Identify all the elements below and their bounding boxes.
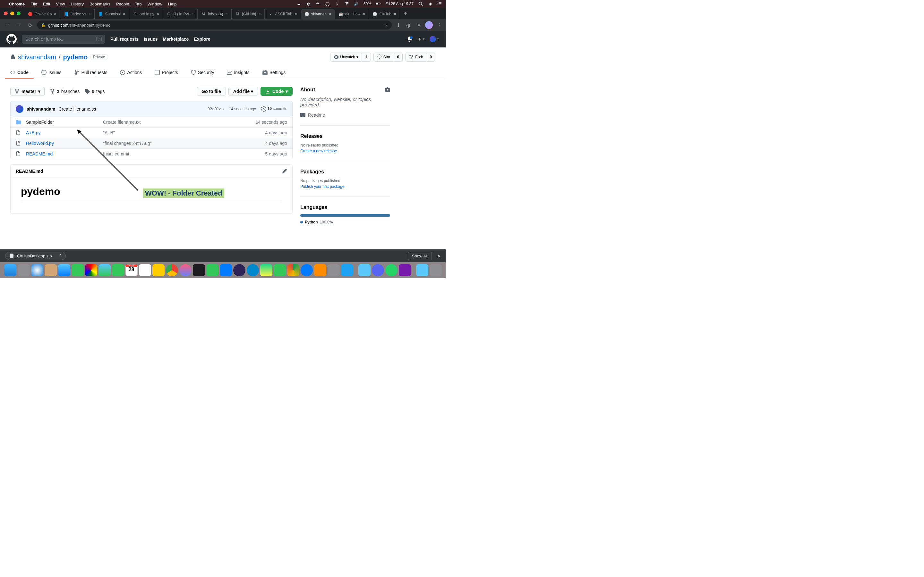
file-commit-msg[interactable]: Initial commit: [103, 151, 265, 156]
menubar-bookmarks[interactable]: Bookmarks: [89, 2, 110, 6]
menubar-window[interactable]: Window: [147, 2, 162, 6]
repo-tab-projects[interactable]: Projects: [150, 67, 183, 79]
dock-reminders-icon[interactable]: [139, 264, 151, 276]
chrome-menu-icon[interactable]: ⋮: [435, 21, 443, 29]
user-avatar[interactable]: ▼: [430, 36, 439, 42]
dock-launchpad-icon[interactable]: [18, 264, 30, 276]
menubar-edit[interactable]: Edit: [43, 2, 50, 6]
dock-mail-icon[interactable]: [58, 264, 70, 276]
tab-close-icon[interactable]: ✕: [258, 12, 261, 16]
file-commit-msg[interactable]: "A+B": [103, 130, 265, 135]
repo-tab-pull-requests[interactable]: Pull requests: [69, 67, 112, 79]
watch-button[interactable]: Unwatch ▾ 1: [330, 53, 371, 61]
show-all-button[interactable]: Show all: [408, 252, 432, 260]
dock-numbers-icon[interactable]: [206, 264, 218, 276]
circle-icon[interactable]: ◯: [325, 2, 330, 6]
browser-tab[interactable]: ☕git - How✕: [335, 9, 369, 19]
dock-telegram-icon[interactable]: [247, 264, 259, 276]
github-search[interactable]: Search or jump to... /: [22, 35, 105, 44]
about-settings-icon[interactable]: [385, 87, 390, 92]
add-file-button[interactable]: Add file ▾: [228, 87, 258, 96]
dock-appstore-icon[interactable]: [300, 264, 313, 276]
profile-avatar[interactable]: [425, 21, 433, 29]
dock-pycharm-icon[interactable]: [260, 264, 272, 276]
dock-safari-icon[interactable]: [31, 264, 43, 276]
dock-maps-icon[interactable]: [99, 264, 111, 276]
tab-close-icon[interactable]: ✕: [393, 12, 397, 16]
dock-drive-icon[interactable]: [287, 264, 299, 276]
dock-twitter-icon[interactable]: [341, 264, 353, 276]
file-name-link[interactable]: HelloWorld.py: [26, 141, 54, 146]
file-commit-msg[interactable]: "final changes 24th Aug": [103, 141, 265, 146]
dock-keynote-icon[interactable]: [220, 264, 232, 276]
tab-close-icon[interactable]: ✕: [362, 12, 365, 16]
dock-trash-icon[interactable]: [430, 264, 442, 276]
browser-tab[interactable]: ⚪GitHub✕: [369, 9, 400, 19]
browser-tab[interactable]: MInbox (4)✕: [198, 9, 232, 19]
commit-avatar[interactable]: [16, 105, 23, 113]
file-name-link[interactable]: README.md: [26, 151, 53, 156]
tab-close-icon[interactable]: ✕: [156, 12, 160, 16]
publish-package-link[interactable]: Publish your first package: [300, 184, 390, 189]
browser-tab[interactable]: 📘Submissi✕: [95, 9, 129, 19]
nav-explore[interactable]: Explore: [194, 37, 210, 42]
browser-tab[interactable]: M[GitHub]✕: [232, 9, 265, 19]
dock-chrome-icon[interactable]: [166, 264, 178, 276]
window-minimize-button[interactable]: [10, 11, 14, 15]
repo-tab-issues[interactable]: Issues: [36, 67, 66, 79]
dock-contacts-icon[interactable]: [45, 264, 57, 276]
dock-messages-icon[interactable]: [71, 264, 84, 276]
back-button[interactable]: ←: [3, 21, 11, 29]
readme-link[interactable]: Readme: [300, 113, 390, 118]
tab-close-icon[interactable]: ✕: [88, 12, 91, 16]
spotlight-icon[interactable]: [418, 2, 423, 6]
repo-tab-insights[interactable]: Insights: [222, 67, 254, 79]
github-logo-icon[interactable]: [6, 34, 17, 44]
dock-whatsapp-icon[interactable]: [385, 264, 397, 276]
dock-folder-icon[interactable]: [359, 264, 371, 276]
volume-icon[interactable]: 🔊: [354, 2, 359, 6]
repo-name-link[interactable]: pydemo: [63, 53, 88, 61]
branch-select-button[interactable]: master ▾: [10, 87, 45, 96]
dock-eclipse-icon[interactable]: [233, 264, 246, 276]
dock-discord-icon[interactable]: [372, 264, 384, 276]
file-name-link[interactable]: A+B.py: [26, 130, 41, 135]
browser-tab[interactable]: 🔴Online Co✕: [24, 9, 60, 19]
notifications-icon[interactable]: [407, 37, 412, 42]
menubar-help[interactable]: Help: [168, 2, 177, 6]
file-commit-msg[interactable]: Create filename.txt: [103, 119, 255, 125]
sync-icon[interactable]: ◐: [306, 2, 311, 6]
dock-facetime-icon[interactable]: [112, 264, 124, 276]
commit-sha[interactable]: 92e91aa: [208, 107, 224, 111]
browser-tab[interactable]: ▪ASCII Tab✕: [265, 9, 301, 19]
wifi-icon[interactable]: [344, 2, 349, 6]
goto-file-button[interactable]: Go to file: [197, 87, 226, 96]
menubar-file[interactable]: File: [31, 2, 37, 6]
dock-preferences-icon[interactable]: [328, 264, 340, 276]
siri-icon[interactable]: ◉: [428, 2, 433, 6]
language-item[interactable]: Python 100.0%: [300, 220, 390, 224]
menubar-view[interactable]: View: [56, 2, 65, 6]
star-button[interactable]: Star 0: [373, 53, 403, 61]
menubar-datetime[interactable]: Fri 28 Aug 19:37: [385, 2, 414, 6]
tab-close-icon[interactable]: ✕: [328, 12, 332, 16]
menubar-app[interactable]: Chrome: [9, 2, 25, 6]
commits-link[interactable]: 10 commits: [261, 106, 287, 111]
forward-button[interactable]: →: [14, 21, 23, 29]
download-item[interactable]: GitHubDesktop.zip ˄: [5, 251, 66, 260]
star-icon[interactable]: ☆: [384, 23, 388, 27]
dock-finder-icon[interactable]: [4, 264, 16, 276]
battery-icon[interactable]: [376, 2, 381, 6]
window-zoom-button[interactable]: [17, 11, 21, 15]
tab-close-icon[interactable]: ✕: [294, 12, 297, 16]
dock-music-icon[interactable]: [179, 264, 192, 276]
umbrella-icon[interactable]: ☂: [315, 2, 320, 6]
extension-icon[interactable]: ◑: [405, 21, 412, 29]
chevron-up-icon[interactable]: ˄: [59, 253, 61, 258]
address-bar[interactable]: 🔒 github.com/shivanandam/pydemo ☆: [37, 21, 392, 29]
extensions-menu-icon[interactable]: ✦: [415, 21, 423, 29]
tab-close-icon[interactable]: ✕: [53, 12, 57, 16]
edit-readme-icon[interactable]: [282, 169, 287, 174]
dock-downloads-icon[interactable]: [416, 264, 428, 276]
download-icon[interactable]: ⬇: [394, 21, 402, 29]
